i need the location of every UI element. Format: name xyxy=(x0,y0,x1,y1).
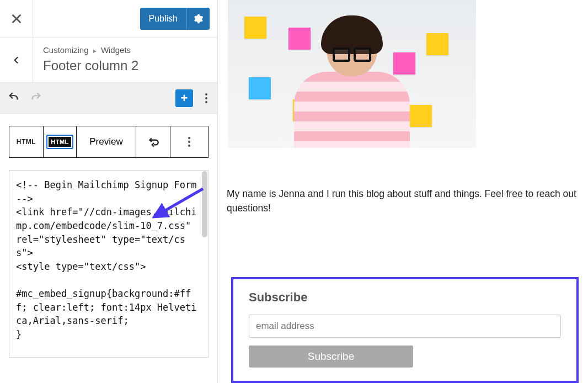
customizer-topbar: Publish xyxy=(0,0,217,38)
html-icon: HTML xyxy=(46,135,73,149)
subscribe-title: Subscribe xyxy=(249,290,561,305)
publish-settings-button[interactable] xyxy=(186,8,210,30)
breadcrumb-leaf: Widgets xyxy=(101,45,131,55)
gear-icon xyxy=(194,14,204,24)
section-header-text: Customizing ▸ Widgets Footer column 2 xyxy=(33,38,217,82)
publish-label: Publish xyxy=(140,14,186,24)
close-icon xyxy=(10,13,23,25)
add-block-button[interactable]: + xyxy=(175,89,193,107)
block-toolbar: HTML HTML Preview xyxy=(9,126,209,158)
sticky-note xyxy=(410,105,432,127)
sticky-note xyxy=(426,33,448,55)
scrollbar-thumb[interactable] xyxy=(202,171,207,237)
block-type-label[interactable]: HTML xyxy=(9,126,44,157)
site-preview: My name is Jenna and I run this blog abo… xyxy=(218,0,588,383)
section-header: Customizing ▸ Widgets Footer column 2 xyxy=(0,38,217,83)
block-preview-tab[interactable]: Preview xyxy=(77,126,136,157)
undo-icon xyxy=(8,91,20,103)
block-convert-button[interactable] xyxy=(136,126,170,157)
section-title: Footer column 2 xyxy=(43,58,207,73)
subscribe-email-input[interactable] xyxy=(249,315,561,338)
undo-button[interactable] xyxy=(8,91,20,105)
kebab-icon xyxy=(186,137,193,147)
publish-button[interactable]: Publish xyxy=(140,8,210,30)
editor-toolbar: + xyxy=(0,83,217,114)
publish-area: Publish xyxy=(33,0,217,37)
breadcrumb: Customizing ▸ Widgets xyxy=(43,45,207,55)
block-html-tab[interactable]: HTML xyxy=(44,126,77,157)
author-bio-text: My name is Jenna and I run this blog abo… xyxy=(227,187,588,216)
chevron-left-icon xyxy=(12,56,21,65)
subscribe-button[interactable]: Subscribe xyxy=(249,345,413,368)
person-illustration xyxy=(294,21,410,148)
customizer-panel: Publish Customizing ▸ Widgets Footer col… xyxy=(0,0,218,383)
plus-icon: + xyxy=(181,91,188,105)
breadcrumb-separator: ▸ xyxy=(93,47,97,55)
close-button[interactable] xyxy=(0,0,33,37)
redo-button xyxy=(30,91,42,105)
html-code-block xyxy=(9,170,209,360)
convert-icon xyxy=(146,135,161,149)
author-photo xyxy=(228,0,476,148)
html-code-textarea[interactable] xyxy=(9,170,209,358)
editor-options-button[interactable] xyxy=(203,93,210,103)
sticky-note xyxy=(244,17,266,39)
back-button[interactable] xyxy=(0,38,33,82)
subscribe-widget: Subscribe Subscribe xyxy=(231,277,579,383)
sticky-note xyxy=(249,77,271,99)
breadcrumb-root: Customizing xyxy=(43,45,89,55)
block-options-button[interactable] xyxy=(170,126,208,157)
redo-icon xyxy=(30,91,42,103)
